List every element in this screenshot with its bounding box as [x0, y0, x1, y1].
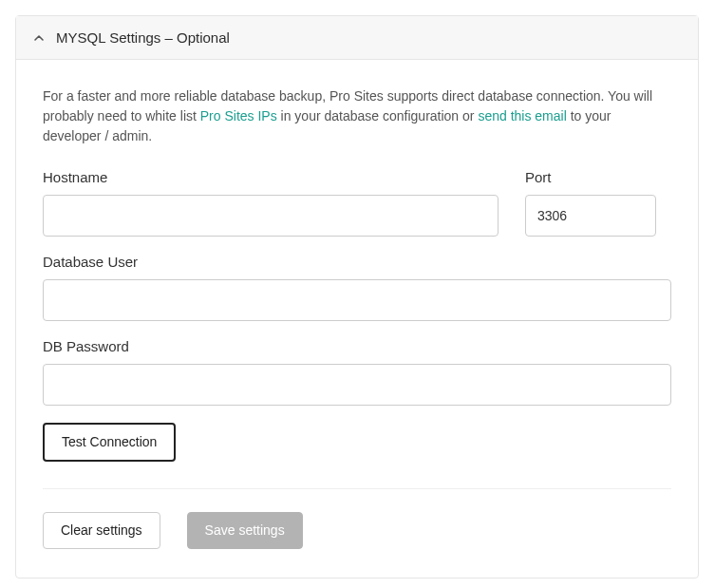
- description-text: For a faster and more reliable database …: [43, 86, 671, 146]
- dbuser-label: Database User: [43, 254, 671, 270]
- test-connection-row: Test Connection: [43, 423, 671, 462]
- hostname-input[interactable]: [43, 195, 499, 237]
- hostname-label: Hostname: [43, 169, 499, 185]
- clear-settings-button[interactable]: Clear settings: [43, 512, 160, 549]
- dbuser-field: Database User: [43, 254, 671, 321]
- panel-title: MYSQL Settings – Optional: [56, 29, 230, 46]
- save-settings-button[interactable]: Save settings: [187, 512, 303, 549]
- description-part2: in your database configuration or: [277, 108, 479, 123]
- hostname-port-row: Hostname Port: [43, 169, 671, 237]
- port-field: Port: [525, 169, 656, 237]
- dbpassword-input[interactable]: [43, 364, 671, 406]
- port-label: Port: [525, 169, 656, 185]
- hostname-field: Hostname: [43, 169, 499, 237]
- dbpassword-label: DB Password: [43, 338, 671, 354]
- send-email-link[interactable]: send this email: [478, 108, 566, 123]
- actions-row: Clear settings Save settings: [43, 512, 671, 549]
- test-connection-button[interactable]: Test Connection: [43, 423, 176, 462]
- divider: [43, 488, 671, 489]
- chevron-up-icon: [33, 32, 45, 44]
- panel-header[interactable]: MYSQL Settings – Optional: [16, 16, 698, 60]
- panel-body: For a faster and more reliable database …: [16, 60, 698, 578]
- dbuser-input[interactable]: [43, 279, 671, 321]
- port-input[interactable]: [525, 195, 656, 237]
- mysql-settings-panel: MYSQL Settings – Optional For a faster a…: [15, 15, 699, 579]
- pro-sites-ips-link[interactable]: Pro Sites IPs: [200, 108, 277, 123]
- dbpassword-field: DB Password: [43, 338, 671, 406]
